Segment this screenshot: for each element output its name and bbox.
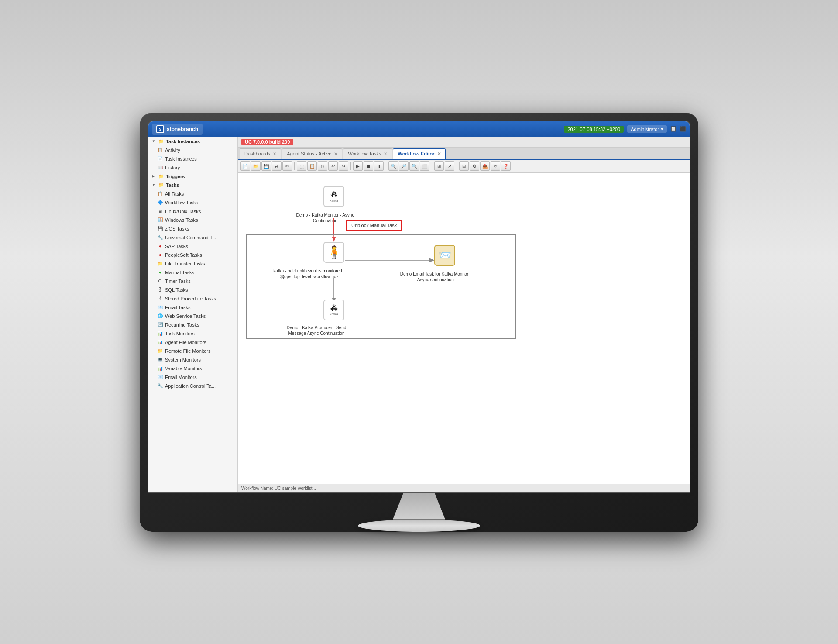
tb-btn-save[interactable]: 💾: [261, 161, 271, 171]
top-bar-right: 2021-07-08 15:32 +0200 Administrator ▾ 🔲…: [564, 125, 686, 133]
tasks-folder-icon: 📁: [158, 182, 164, 188]
tab-close-workflow-editor[interactable]: ✕: [437, 152, 441, 156]
status-text: Workflow Name: UC-sample-worklist...: [241, 486, 316, 491]
tb-btn-paste[interactable]: ⎘: [318, 161, 327, 171]
tabs-row: Dashboards ✕ Agent Status - Active ✕ Wor…: [238, 148, 690, 160]
toolbar: 📄 📂 💾 🖨 ✂ ⬚ 📋 ⎘ ↩ ↪ ▶ ⏹ ⏸: [238, 160, 690, 173]
tb-btn-pause[interactable]: ⏸: [374, 161, 384, 171]
expand-triggers-icon: ▶: [152, 174, 156, 178]
kafka-bottom-icon: ⁂ kafka: [323, 300, 344, 320]
unblock-manual-task-button[interactable]: Unblock Manual Task: [346, 220, 402, 231]
wf-container-box: [246, 234, 516, 339]
sidebar-item-task-monitors[interactable]: 📊 Task Monitors: [148, 329, 237, 338]
wf-node-email-task[interactable]: 📨: [434, 245, 455, 266]
folder-icon: 📁: [158, 138, 164, 145]
tb-btn-search[interactable]: 🔍: [388, 161, 398, 171]
tb-btn-redo[interactable]: ↪: [339, 161, 348, 171]
sidebar-group-task-instances[interactable]: ▼ 📁 Task Instances: [148, 137, 237, 146]
tb-btn-copy[interactable]: 📋: [307, 161, 317, 171]
kafka-bottom-label: Demo - Kafka Producer - Send Message Asy…: [282, 325, 351, 336]
tb-btn-layout[interactable]: ⊟: [459, 161, 469, 171]
tb-btn-zoom-in[interactable]: 🔎: [399, 161, 409, 171]
wf-node-manual-task[interactable]: 🧍: [323, 242, 344, 263]
sidebar-item-linux-tasks[interactable]: 🖥 Linux/Unix Tasks: [148, 207, 237, 216]
top-bar: s stonebranch 2021-07-08 15:32 +0200 Adm…: [148, 121, 690, 137]
sidebar-group-triggers[interactable]: ▶ 📁 Triggers: [148, 172, 237, 181]
top-bar-icon-2[interactable]: ⬛: [680, 126, 686, 132]
logo-icon: s: [156, 125, 164, 133]
tb-btn-connect[interactable]: ↗: [445, 161, 454, 171]
tb-btn-undo[interactable]: ↩: [328, 161, 338, 171]
sidebar-item-app-control-tasks[interactable]: 🔧 Application Control Ta...: [148, 382, 237, 390]
sidebar-item-zos-tasks[interactable]: 💾 z/OS Tasks: [148, 224, 237, 233]
kafka-top-icon: ⁂ kafka: [323, 186, 344, 207]
sidebar-item-windows-tasks[interactable]: 🪟 Windows Tasks: [148, 216, 237, 224]
sidebar-item-sap-tasks[interactable]: ● SAP Tasks: [148, 242, 237, 251]
admin-dropdown[interactable]: Administrator ▾: [627, 125, 667, 133]
tb-btn-settings[interactable]: ⚙: [470, 161, 479, 171]
build-badge: UC 7.0.0.0 build 209: [241, 139, 293, 145]
logo-text: stonebranch: [167, 126, 198, 132]
sidebar-item-file-transfer-tasks[interactable]: 📁 File Transfer Tasks: [148, 259, 237, 268]
tb-btn-zoom-out[interactable]: 🔍: [409, 161, 419, 171]
sidebar-item-peoplesoft-tasks[interactable]: ● PeopleSoft Tasks: [148, 251, 237, 259]
tb-btn-stop[interactable]: ⏹: [364, 161, 373, 171]
tab-close-workflow-tasks[interactable]: ✕: [384, 152, 387, 156]
top-bar-icon-1[interactable]: 🔲: [670, 126, 677, 132]
task-instances-icon: 📄: [157, 156, 163, 162]
email-task-icon: 📨: [434, 245, 455, 266]
sidebar-item-email-tasks[interactable]: 📧 Email Tasks: [148, 303, 237, 312]
sidebar-item-activity[interactable]: 📋 Activity: [148, 146, 237, 155]
content-area: UC 7.0.0.0 build 209 Dashboards ✕ Agent …: [238, 137, 690, 492]
tab-workflow-tasks[interactable]: Workflow Tasks ✕: [343, 148, 392, 159]
build-bar: UC 7.0.0.0 build 209: [238, 137, 690, 148]
tab-workflow-editor[interactable]: Workflow Editor ✕: [393, 148, 445, 159]
tb-btn-help[interactable]: ❓: [501, 161, 511, 171]
tb-btn-fit[interactable]: ⬜: [420, 161, 429, 171]
tb-btn-refresh[interactable]: ⟳: [491, 161, 500, 171]
tb-btn-open[interactable]: 📂: [251, 161, 261, 171]
wf-node-kafka-top[interactable]: ⁂ kafka: [323, 186, 344, 207]
sidebar-item-agent-file-monitors[interactable]: 📊 Agent File Monitors: [148, 338, 237, 347]
sidebar-item-email-monitors[interactable]: 📧 Email Monitors: [148, 373, 237, 382]
sidebar-item-sql-tasks[interactable]: 🗄 SQL Tasks: [148, 286, 237, 294]
sidebar-item-workflow-tasks[interactable]: 🔷 Workflow Tasks: [148, 198, 237, 207]
monitor-stand-base: [358, 520, 480, 532]
sidebar-item-web-service-tasks[interactable]: 🌐 Web Service Tasks: [148, 312, 237, 320]
sidebar-item-timer-tasks[interactable]: ⏱ Timer Tasks: [148, 277, 237, 286]
sidebar-item-all-tasks[interactable]: 📋 All Tasks: [148, 189, 237, 198]
tab-dashboards[interactable]: Dashboards ✕: [240, 148, 281, 159]
expand-tasks-icon: ▼: [152, 183, 156, 187]
manual-task-icon: 🧍: [323, 242, 344, 263]
monitor-stand-neck: [393, 493, 445, 520]
sidebar-item-stored-procedure-tasks[interactable]: 🗄 Stored Procedure Tasks: [148, 294, 237, 303]
tb-btn-run[interactable]: ▶: [353, 161, 363, 171]
workflow-canvas[interactable]: ⁂ kafka Demo - Kafka Monitor - Async Con…: [238, 173, 690, 484]
sidebar-item-recurring-tasks[interactable]: 🔄 Recurring Tasks: [148, 320, 237, 329]
tb-btn-5[interactable]: ✂: [282, 161, 292, 171]
sidebar-item-remote-file-monitors[interactable]: 📁 Remote File Monitors: [148, 347, 237, 355]
tab-agent-status[interactable]: Agent Status - Active ✕: [282, 148, 342, 159]
expand-icon: ▼: [152, 139, 156, 143]
sidebar-item-task-instances[interactable]: 📄 Task Instances: [148, 155, 237, 163]
sidebar-item-universal-tasks[interactable]: 🔧 Universal Command T...: [148, 233, 237, 242]
tb-btn-print[interactable]: 🖨: [272, 161, 282, 171]
sidebar: ▼ 📁 Task Instances 📋 Activity 📄 Task Ins…: [148, 137, 238, 492]
status-bar: Workflow Name: UC-sample-worklist...: [238, 484, 690, 492]
sidebar-item-system-monitors[interactable]: 💻 System Monitors: [148, 355, 237, 364]
sidebar-item-variable-monitors[interactable]: 📊 Variable Monitors: [148, 364, 237, 373]
tb-btn-new[interactable]: 📄: [240, 161, 250, 171]
wf-node-kafka-bottom[interactable]: ⁂ kafka: [323, 300, 344, 320]
tb-btn-cut[interactable]: ⬚: [297, 161, 306, 171]
tb-btn-grid[interactable]: ⊞: [434, 161, 444, 171]
sidebar-group-tasks[interactable]: ▼ 📁 Tasks: [148, 181, 237, 189]
tab-close-agent-status[interactable]: ✕: [334, 152, 337, 156]
tb-btn-export[interactable]: 📤: [480, 161, 490, 171]
tab-close-dashboards[interactable]: ✕: [273, 152, 276, 156]
manual-task-label: kafka - hold until event is monitored - …: [273, 268, 343, 279]
monitor-bezel: s stonebranch 2021-07-08 15:32 +0200 Adm…: [148, 121, 690, 493]
datetime-badge: 2021-07-08 15:32 +0200: [564, 126, 624, 133]
sidebar-item-history[interactable]: 📖 History: [148, 163, 237, 172]
app-container: s stonebranch 2021-07-08 15:32 +0200 Adm…: [148, 121, 690, 492]
sidebar-item-manual-tasks[interactable]: ● Manual Tasks: [148, 268, 237, 277]
